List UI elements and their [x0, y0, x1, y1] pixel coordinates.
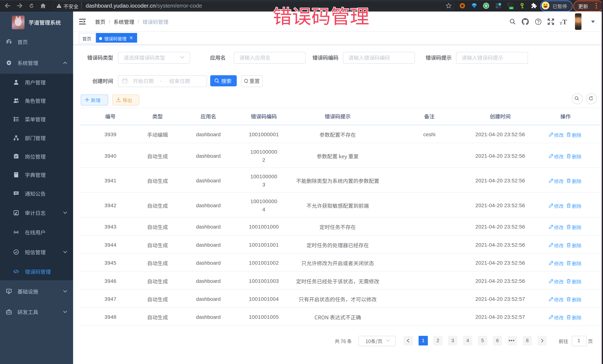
svg-text:on: on	[510, 7, 512, 9]
